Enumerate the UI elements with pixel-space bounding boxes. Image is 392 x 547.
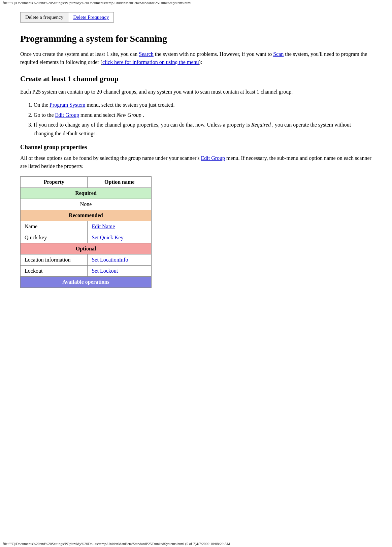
edit-name-link[interactable]: Edit Name: [92, 224, 115, 229]
section1-para: Each P25 system can contain up to 20 cha…: [20, 88, 372, 96]
section2-text-before: All of these options can be found by sel…: [20, 155, 201, 161]
edit-group-link-section2[interactable]: Edit Group: [201, 155, 225, 161]
menu-link[interactable]: click here for information on using the …: [102, 59, 199, 65]
section2-heading: Channel group properties: [20, 144, 372, 151]
step3-italic: Required: [251, 122, 271, 128]
program-system-link[interactable]: Program System: [50, 102, 85, 108]
set-quick-key-link[interactable]: Set Quick Key: [92, 235, 123, 240]
lockout-property: Lockout: [21, 266, 88, 277]
section1-heading: Create at least 1 channel group: [20, 74, 372, 83]
intro-text-before-search: Once you create the system and at least …: [20, 51, 139, 57]
delete-frequency-label: Delete a frequency: [21, 12, 68, 22]
lockout-option: Set Lockout: [88, 266, 152, 277]
main-heading: Programming a system for Scanning: [20, 33, 372, 44]
bottom-bar: file:///C|/Documents%20and%20Settings/PO…: [0, 540, 392, 547]
step1-text-after: menu, select the system you just created…: [85, 102, 174, 108]
table-header-row: Property Option name: [21, 177, 152, 188]
delete-frequency-link[interactable]: Delete Frequency: [68, 12, 113, 22]
section1-steps: On the Program System menu, select the s…: [34, 101, 372, 138]
optional-section-row: Optional: [21, 243, 152, 254]
required-section-row: Required: [21, 188, 152, 199]
available-operations-label: Available operations: [21, 277, 152, 288]
name-option: Edit Name: [88, 221, 152, 232]
quick-key-property: Quick key: [21, 232, 88, 243]
top-bar-text: file:///C|/Documents%20and%20Settings/PO…: [3, 1, 191, 5]
optional-label: Optional: [21, 243, 152, 254]
required-label: Required: [21, 188, 152, 199]
step-1: On the Program System menu, select the s…: [34, 101, 372, 109]
none-row: None: [21, 199, 152, 210]
available-operations-section-row: Available operations: [21, 277, 152, 288]
table-row: Location information Set LocationInfo: [21, 254, 152, 266]
quick-key-option: Set Quick Key: [88, 232, 152, 243]
table-row: Quick key Set Quick Key: [21, 232, 152, 243]
set-lockout-link[interactable]: Set Lockout: [92, 268, 118, 274]
properties-table: Property Option name Required None Recom…: [20, 176, 152, 288]
top-bar: file:///C|/Documents%20and%20Settings/PO…: [0, 0, 392, 5]
step2-text-before: Go to the: [34, 112, 55, 118]
table-row: Name Edit Name: [21, 221, 152, 232]
table-row: Lockout Set Lockout: [21, 266, 152, 277]
search-link[interactable]: Search: [139, 51, 154, 57]
none-value: None: [21, 199, 152, 210]
properties-table-wrap: Property Option name Required None Recom…: [20, 176, 372, 288]
step1-text-before: On the: [34, 102, 50, 108]
step-3: If you need to change any of the channel…: [34, 121, 372, 138]
intro-paragraph: Once you create the system and at least …: [20, 50, 372, 66]
intro-end: ):: [199, 59, 202, 65]
name-property: Name: [21, 221, 88, 232]
property-header: Property: [21, 177, 88, 188]
recommended-label: Recommended: [21, 210, 152, 221]
location-information-property: Location information: [21, 254, 88, 266]
intro-text-after-search: the system with no problems. However, if…: [154, 51, 273, 57]
location-information-option: Set LocationInfo: [88, 254, 152, 266]
step3-text: If you need to change any of the channel…: [34, 122, 351, 136]
main-content: Delete a frequency Delete Frequency Prog…: [0, 5, 392, 301]
step2-text-after: menu and select New Group .: [79, 112, 144, 118]
scan-link[interactable]: Scan: [273, 51, 284, 57]
step-2: Go to the Edit Group menu and select New…: [34, 111, 372, 119]
edit-group-link-step2[interactable]: Edit Group: [55, 112, 79, 118]
option-name-header: Option name: [88, 177, 152, 188]
section2-para: All of these options can be found by sel…: [20, 154, 372, 170]
bottom-bar-text: file:///C|/Documents%20and%20Settings/PO…: [3, 542, 230, 546]
set-location-info-link[interactable]: Set LocationInfo: [92, 257, 128, 263]
recommended-section-row: Recommended: [21, 210, 152, 221]
delete-frequency-box: Delete a frequency Delete Frequency: [20, 12, 114, 23]
step2-italic: New Group: [117, 112, 141, 118]
